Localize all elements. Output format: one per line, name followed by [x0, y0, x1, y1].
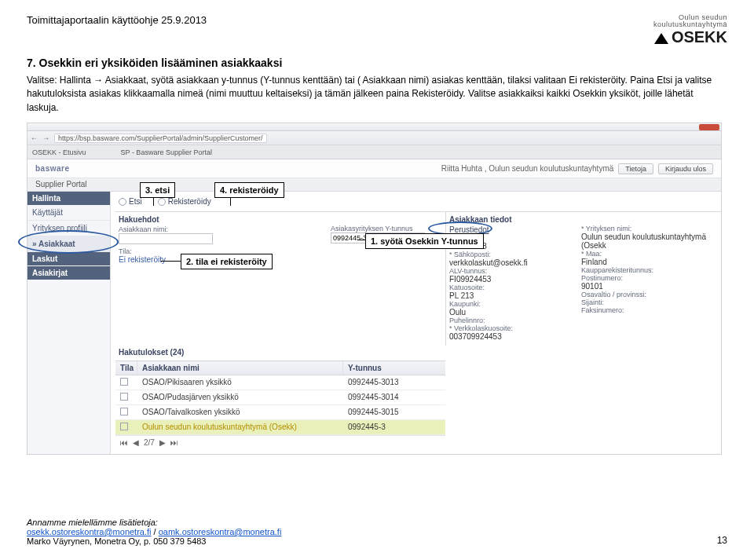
postinro-label: Postinumero: [581, 274, 715, 282]
osekk-logo: Oulun seudun koulutuskuntayhtymä OSEKK [653, 14, 727, 46]
sidebar-item-kayttajat[interactable]: Käyttäjät [27, 205, 110, 221]
browser-tab[interactable]: OSEKK - Etusivu [32, 148, 86, 156]
register-icon [158, 198, 166, 206]
alv-value: FI09924453 [449, 275, 567, 284]
logged-in-user: Riitta Huhta , Oulun seudun koulutuskunt… [441, 164, 614, 173]
yritys-value: Oulun seudun koulutuskuntayhtymä (Osekk [581, 232, 715, 250]
tila-select[interactable]: Ei rekisteröity [119, 255, 166, 264]
sidebar-heading-asiakirjat[interactable]: Asiakirjat [27, 266, 110, 280]
faksi-label: Faksinumero: [581, 306, 715, 314]
doc-header-title: Toimittajaportaalin käyttöohje 25.9.2013 [27, 14, 207, 26]
callout-3: 3. etsi [140, 182, 175, 198]
checkbox-icon[interactable] [120, 393, 128, 401]
maa-label: * Maa: [581, 250, 715, 258]
search-icon [119, 198, 126, 206]
th-nimi: Asiakkaan nimi [137, 361, 343, 375]
kaupunki-label: Kaupunki: [449, 300, 567, 308]
asiakkaan-nimi-label: Asiakkaan nimi: [119, 225, 321, 233]
asiakkaan-nimi-input[interactable] [119, 233, 213, 244]
sidebar-heading-laskut[interactable]: Laskut [27, 252, 110, 265]
osavaltio-label: Osavaltio / provinssi: [581, 291, 715, 298]
rekisteroidy-button[interactable]: Rekisteröidy [158, 197, 211, 206]
window-titlebar [27, 123, 721, 131]
kauppa-label: Kaupparekisteritunnus: [581, 266, 715, 274]
portal-label: Supplier Portal [27, 178, 721, 192]
callout-1: 1. syötä Osekkin Y-tunnus [365, 233, 484, 249]
checkbox-icon[interactable] [120, 378, 128, 386]
sidebar-heading-hallinta: Hallinta [27, 192, 110, 205]
browser-address-bar[interactable]: ←→ https://bsp.basware.com/SupplierPorta… [27, 131, 721, 145]
callout-4: 4. rekisteröidy [214, 182, 284, 198]
email-link-1[interactable]: osekk.ostoreskontra@monetra.fi [27, 527, 152, 536]
browser-tab[interactable]: SP - Basware Supplier Portal [121, 148, 212, 156]
window-close-button[interactable] [699, 124, 719, 130]
table-row-selected[interactable]: Oulun seudun koulutuskuntayhtymä (Osekk)… [115, 420, 445, 435]
browser-tabstrip: OSEKK - Etusivu SP - Basware Supplier Po… [27, 145, 721, 159]
etsi-button[interactable]: Etsi [119, 197, 142, 206]
th-tila: Tila [115, 361, 137, 375]
table-row[interactable]: OSAO/Pikisaaren yksikkö 0992445-3013 [115, 375, 445, 390]
alv-label: ALV-tunnus: [449, 267, 567, 275]
instruction-paragraph: Valitse: Hallinta → Asiakkaat, syötä asi… [27, 74, 718, 115]
triangle-icon [654, 33, 668, 44]
section-heading: 7. Osekkin eri yksiköiden lisääminen asi… [27, 57, 727, 69]
hakutulokset-title: Hakutulokset (24) [115, 346, 445, 359]
maa-value: Finland [581, 258, 715, 266]
doc-footer: Annamme mielellämme lisätietoja: osekk.o… [27, 518, 281, 546]
postinro-value: 90101 [581, 282, 715, 291]
kaupunki-value: Oulu [449, 308, 567, 317]
puhelin-label: Puhelinnro: [449, 317, 567, 324]
embedded-screenshot: ←→ https://bsp.basware.com/SupplierPorta… [27, 123, 722, 455]
sijainti-label: Sijainti: [581, 298, 715, 306]
table-row[interactable]: OSAO/Taivalkosken yksikkö 0992445-3015 [115, 405, 445, 420]
table-row[interactable]: OSAO/Pudasjärven yksikkö 0992445-3014 [115, 390, 445, 405]
ytunnus-haku-label: Asiakasyrityksen Y-tunnus [331, 225, 439, 232]
logout-button[interactable]: Kirjaudu ulos [658, 163, 713, 174]
yritys-label: * Yrityksen nimi: [581, 225, 715, 232]
katuosoite-label: Katuosoite: [449, 284, 567, 291]
pager[interactable]: ⏮◀ 2/7 ▶⏭ [115, 435, 445, 449]
email-link-2[interactable]: oamk.ostoreskontra@monetra.fi [159, 527, 282, 536]
verkkolasku-label: * Verkkolaskuosoite: [449, 324, 567, 332]
highlight-ring-asiakkaat [18, 230, 119, 254]
callout-2: 2. tila ei rekisteröity [181, 254, 273, 269]
katuosoite-value: PL 213 [449, 291, 567, 300]
checkbox-icon[interactable] [120, 408, 128, 415]
sahkoposti-label: * Sähköposti: [449, 251, 567, 258]
checkbox-icon[interactable] [120, 423, 128, 430]
verkkolasku-value: 003709924453 [449, 332, 567, 341]
hakuehdot-title: Hakuehdot [119, 215, 321, 224]
th-ytunnus: Y-tunnus [343, 361, 445, 375]
page-number: 13 [717, 535, 727, 546]
basware-logo: basware [35, 164, 70, 173]
sahkoposti-value: verkkolaskut@osekk.fi [449, 258, 567, 267]
tietoja-button[interactable]: Tietoja [618, 163, 653, 174]
